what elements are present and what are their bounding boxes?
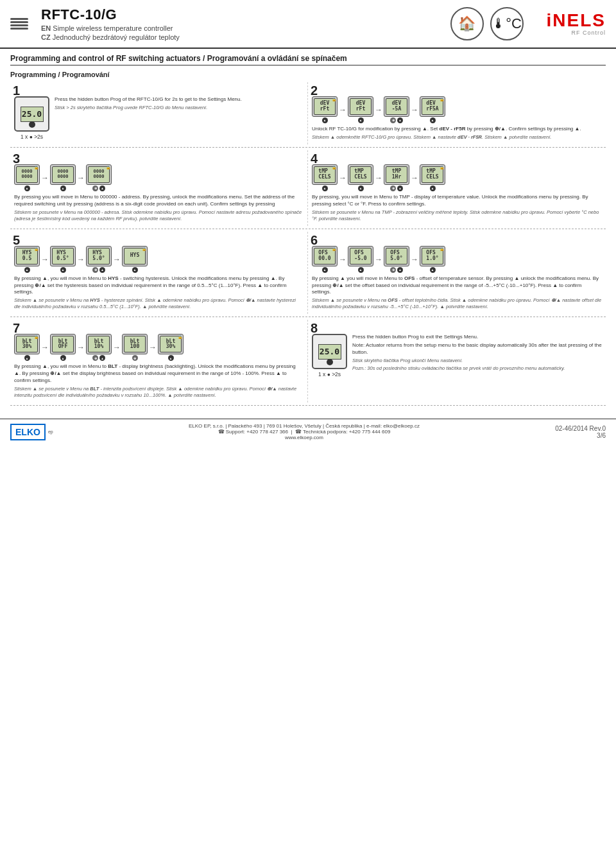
step-7-body: 🔒 bLt30% ▲ → bLtOFF ▲	[14, 334, 304, 399]
disp-2-2: dEVrFt ▲	[348, 96, 373, 123]
home-icon: 🏠	[450, 7, 484, 40]
step-7-displays: 🔒 bLt30% ▲ → bLtOFF ▲	[14, 334, 304, 361]
btn-a-5-4[interactable]: ▲	[132, 267, 138, 273]
footer: ELKO ep ELKO EP, s.r.o. | Palackého 493 …	[0, 419, 616, 444]
step-6-cell: 6 🔒 OFS00.0 ▲ → OFS	[308, 232, 606, 315]
btn-a-3-2[interactable]: ▲	[60, 186, 66, 191]
disp-btn-6-3: ⊕ ▲	[390, 267, 403, 273]
disp-5-4: 🔒 HYS ▲	[122, 246, 148, 273]
step-8-cell: 8 25.0 1 x ● >2s Press the hidden button…	[308, 320, 606, 403]
disp-3-2: 00000000 ▲	[50, 164, 76, 191]
arrow-3-2: →	[77, 173, 85, 182]
btn-a-3-1[interactable]: ▲	[24, 186, 30, 191]
header-title-block: RFTC-10/G Simple wireless temperature co…	[41, 6, 440, 41]
step-3-text: By pressing you will move in Menu to 000…	[14, 194, 304, 222]
lock-icon-2-4: 🔒	[440, 97, 444, 102]
disp-7-2: bLtOFF ▲	[50, 334, 76, 361]
btn-a-7-5[interactable]: ▲	[168, 355, 174, 361]
btn-a-3-3[interactable]: ▲	[99, 186, 105, 191]
btn-a-6-3[interactable]: ▲	[397, 267, 403, 273]
arrow-2-3: →	[411, 105, 418, 115]
disp-frame-4-2: tMPCELS	[348, 164, 373, 185]
lock-icon-5-1: 🔒	[34, 247, 38, 251]
btn-a-4-4[interactable]: ▲	[430, 186, 436, 191]
disp-4-1: 🔒 tMPCELS ▲	[312, 164, 338, 191]
disp-btn-7-1: ▲	[24, 355, 30, 361]
arrow-6-1: →	[339, 255, 346, 264]
btn-a-7-1[interactable]: ▲	[24, 355, 30, 361]
arrow-5-3: →	[113, 255, 121, 264]
btn-a-4-3[interactable]: ▲	[397, 186, 403, 191]
disp-2-4: 🔒 dEVrF5A ▲	[420, 96, 445, 123]
step-4-en: By pressing, you will move in Menu to TM…	[312, 194, 602, 208]
header-subtitle: Simple wireless temperature controller J…	[41, 24, 440, 41]
btn-a-4-2[interactable]: ▲	[358, 186, 364, 191]
disp-5-3: HYS5.0° ⊕ ▲	[86, 246, 112, 273]
lock-icon-7-1: 🔒	[34, 334, 38, 339]
btn-ud-7-3[interactable]: ⊕	[92, 355, 98, 361]
btn-ud-3-3[interactable]: ⊕	[92, 186, 98, 191]
disp-frame-5-4: 🔒 HYS	[122, 246, 148, 266]
btn-a-2-1[interactable]: ▲	[322, 117, 328, 123]
disp-5-2: HYS0.5° ▲	[50, 246, 76, 273]
step-6-displays: 🔒 OFS00.0 ▲ → OFS-5.0 ▲	[312, 246, 602, 273]
step-1-en: Press the hidden button Prog of the RFTC…	[55, 96, 242, 103]
btn-a-5-2[interactable]: ▲	[60, 267, 66, 273]
arrow-4-1: →	[339, 173, 346, 182]
device-display: 25.0	[14, 96, 49, 132]
btn-a-2-3[interactable]: ▲	[397, 117, 403, 123]
step-5-cz: Stiskem ▲ se posunete v Menu na HYS - hy…	[14, 297, 304, 310]
disp-btn-3-1: ▲	[24, 186, 30, 191]
disp-frame-5-3: HYS5.0°	[86, 246, 112, 266]
btn-ud-6-3[interactable]: ⊕	[390, 267, 396, 273]
step-1-body: 25.0 1 x ● >2s Press the hidden button P…	[14, 96, 304, 140]
steps-7-8-row: 7 🔒 bLt30% ▲ → bLtO	[10, 320, 606, 406]
btn-a-7-2[interactable]: ▲	[60, 355, 66, 361]
disp-7-3: bLt10% ⊕ ▲	[86, 334, 112, 361]
arrow-7-2: →	[77, 343, 85, 352]
btn-a-4-1[interactable]: ▲	[322, 186, 328, 191]
step-8-device-display: 25.0	[312, 334, 347, 369]
disp-btn-5-3: ⊕ ▲	[92, 267, 105, 273]
step-3-body: 🔒 00000000 ▲ → 00000000 ▲	[14, 164, 304, 222]
footer-contact: ELKO EP, s.r.o. | Palackého 493 | 769 01…	[189, 423, 420, 440]
btn-a-6-1[interactable]: ▲	[322, 267, 328, 273]
btn-a-2-4[interactable]: ▲	[430, 117, 436, 123]
arrow-2-2: →	[375, 105, 382, 115]
disp-frame-7-1: 🔒 bLt30%	[14, 334, 40, 354]
disp-btn-7-5: ▲	[168, 355, 174, 361]
btn-a-5-3[interactable]: ▲	[99, 267, 105, 273]
lock-icon-3-1: 🔒	[34, 165, 38, 169]
btn-ud-2-3[interactable]: ⊕	[390, 117, 396, 123]
disp-4-3: tMP1Hr ⊕ ▲	[384, 164, 409, 191]
disp-frame-6-3: OFS5.0°	[384, 246, 409, 266]
step-6-cz: Stiskem ▲ se posunete v Menu na OFS - of…	[312, 297, 602, 310]
btn-a-6-4[interactable]: ▲	[430, 267, 436, 273]
disp-frame-4-3: tMP1Hr	[384, 164, 409, 185]
disp-screen-6-3: OFS5.0°	[386, 248, 407, 265]
elko-sub: ep	[48, 430, 53, 434]
lock-icon-6-1: 🔒	[332, 247, 336, 251]
btn-ud-7-4[interactable]: ⊕	[132, 355, 138, 361]
btn-a-7-3[interactable]: ▲	[99, 355, 105, 361]
btn-ud-4-3[interactable]: ⊕	[390, 186, 396, 191]
step-7-text: By pressing ▲, you will move in Menu to …	[14, 363, 304, 399]
disp-3-1: 🔒 00000000 ▲	[14, 164, 40, 191]
doc-number: 02-46/2014 Rev.0	[555, 425, 606, 432]
header-icons: 🏠 🌡°C	[450, 7, 524, 40]
step-8-body: 25.0 1 x ● >2s Press the hidden button P…	[312, 334, 602, 377]
disp-screen-2-3: dEV-5A	[386, 98, 407, 115]
btn-a-5-1[interactable]: ▲	[24, 267, 30, 273]
btn-a-2-2[interactable]: ▲	[358, 117, 364, 123]
disp-6-2: OFS-5.0 ▲	[348, 246, 373, 273]
disp-btn-2-2: ▲	[358, 117, 364, 123]
btn-ud-5-3[interactable]: ⊕	[92, 267, 98, 273]
btn-a-6-2[interactable]: ▲	[358, 267, 364, 273]
disp-btn-7-4: ⊕	[132, 355, 138, 361]
step-3-displays: 🔒 00000000 ▲ → 00000000 ▲	[14, 164, 304, 191]
step-1-device: 25.0 1 x ● >2s	[14, 96, 49, 140]
step-1-cz: Stisk > 2s skrytého tlačítka Prog uvede …	[55, 105, 242, 111]
lock-icon-3-3: 🔒	[106, 165, 110, 169]
step-3-cz: Stiskem se posunete v Menu na 000000 - a…	[14, 209, 304, 222]
disp-btn-6-1: ▲	[322, 267, 328, 273]
